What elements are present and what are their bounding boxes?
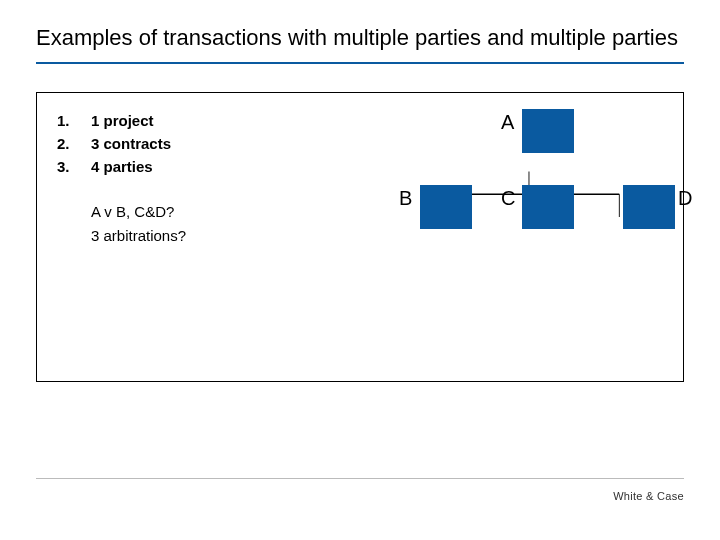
footer-brand: White & Case	[613, 490, 684, 502]
question-line: A v B, C&D?	[91, 200, 348, 223]
list-number: 1.	[57, 109, 91, 132]
list-number: 2.	[57, 132, 91, 155]
footer-divider	[36, 478, 684, 479]
list-item: 3. 4 parties	[57, 155, 348, 178]
question-line: 3 arbitrations?	[91, 224, 348, 247]
slide-title: Examples of transactions with multiple p…	[36, 24, 684, 52]
left-column: 1. 1 project 2. 3 contracts 3. 4 parties…	[57, 109, 348, 365]
node-box-b	[420, 185, 472, 229]
list-text: 4 parties	[91, 155, 153, 178]
list-number: 3.	[57, 155, 91, 178]
node-label-b: B	[399, 187, 412, 210]
question-block: A v B, C&D? 3 arbitrations?	[91, 200, 348, 247]
node-label-d: D	[678, 187, 692, 210]
node-label-a: A	[501, 111, 514, 134]
node-box-c	[522, 185, 574, 229]
list-item: 2. 3 contracts	[57, 132, 348, 155]
title-underline	[36, 62, 684, 64]
list-text: 3 contracts	[91, 132, 171, 155]
node-box-d	[623, 185, 675, 229]
connector-lines	[368, 109, 663, 365]
numbered-list: 1. 1 project 2. 3 contracts 3. 4 parties	[57, 109, 348, 179]
list-text: 1 project	[91, 109, 154, 132]
list-item: 1. 1 project	[57, 109, 348, 132]
node-label-c: C	[501, 187, 515, 210]
node-box-a	[522, 109, 574, 153]
content-frame: 1. 1 project 2. 3 contracts 3. 4 parties…	[36, 92, 684, 382]
diagram-area: A B C D	[368, 109, 663, 365]
